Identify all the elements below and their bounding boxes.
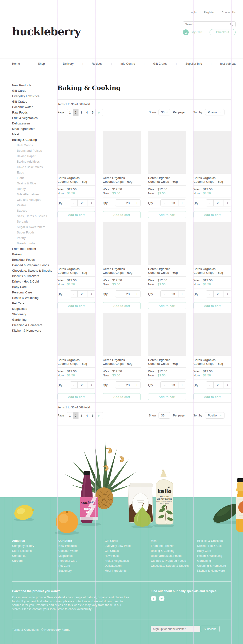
sidebar-item-magazines[interactable]: Magazines: [12, 306, 53, 312]
qty-value[interactable]: 23: [123, 382, 133, 388]
page-button-5[interactable]: 5: [90, 412, 96, 419]
qty-decrease-button[interactable]: -: [115, 290, 123, 297]
product-image-placeholder[interactable]: [148, 313, 186, 356]
product-image-placeholder[interactable]: [193, 222, 231, 265]
footer-link-baking-cooking[interactable]: Baking & Cooking: [151, 548, 189, 554]
product-title[interactable]: Ceres OrganicsCoconut Chips – 60g: [57, 176, 95, 186]
qty-increase-button[interactable]: +: [133, 200, 140, 206]
qty-decrease-button[interactable]: -: [115, 200, 123, 206]
sidebar-item-baking-cooking[interactable]: Baking & Cooking: [12, 137, 53, 143]
page-button-1[interactable]: 1: [67, 109, 73, 116]
cart-icon[interactable]: [183, 30, 189, 35]
footer-link-health-wellbeing[interactable]: Health & Wellbeing: [197, 554, 235, 558]
page-button-2[interactable]: 2: [73, 412, 79, 419]
qty-value[interactable]: 23: [123, 290, 133, 297]
my-cart-link[interactable]: My Cart: [191, 30, 202, 34]
nav-item-supplier-info[interactable]: Supplier Info: [186, 62, 202, 66]
add-to-cart-button[interactable]: Add to cart: [57, 211, 95, 218]
qty-decrease-button[interactable]: -: [206, 382, 213, 388]
checkout-button[interactable]: Checkout: [209, 29, 236, 35]
sidebar-item-breakfast-foods[interactable]: Breakfast Foods: [12, 257, 53, 262]
qty-decrease-button[interactable]: -: [161, 290, 168, 297]
page-button-5[interactable]: 5: [90, 109, 96, 116]
sidebar-item-breadcrumbs[interactable]: Breadcrumbs: [12, 241, 53, 246]
qty-decrease-button[interactable]: -: [161, 382, 168, 388]
page-button-1[interactable]: 1: [67, 412, 73, 419]
add-to-cart-button[interactable]: Add to cart: [57, 393, 95, 400]
page-button-4[interactable]: 4: [84, 412, 90, 419]
product-title[interactable]: Ceres OrganicsCoconut Chips – 60g: [148, 358, 186, 368]
sidebar-item-chocolate-sweets-snacks[interactable]: Chocolate, Sweets & Snacks: [12, 268, 53, 274]
page-button-3[interactable]: 3: [79, 412, 84, 419]
sidebar-item-oils-and-vinegars[interactable]: Oils and Vinegars: [12, 197, 53, 203]
footer-link-contact-us[interactable]: Contact us: [12, 554, 50, 558]
footer-link-canned-prepared-foods[interactable]: Canned & Prepared Foods: [151, 558, 189, 564]
qty-increase-button[interactable]: +: [178, 200, 186, 206]
sidebar-item-canned-prepared-foods[interactable]: Canned & Prepared Foods: [12, 262, 53, 268]
add-to-cart-button[interactable]: Add to cart: [148, 393, 186, 400]
footer-link-cleaning-homecare[interactable]: Cleaning & Homecare: [197, 564, 235, 568]
sidebar-item-meat[interactable]: Meat: [12, 132, 53, 137]
sidebar-item-bulk-goods[interactable]: Bulk Goods: [12, 143, 53, 148]
sidebar-item-biscuits-crackers[interactable]: Biscuits & Crackers: [12, 274, 53, 279]
footer-link-store-locations[interactable]: Store locations: [12, 548, 50, 554]
sort-select[interactable]: Position: [205, 109, 224, 116]
search-input[interactable]: [185, 23, 230, 26]
account-link-contact-us[interactable]: Contact Us: [222, 11, 236, 14]
qty-increase-button[interactable]: +: [224, 290, 231, 297]
footer-link-gift-cards[interactable]: Gift Cards: [105, 538, 143, 544]
page-button-4[interactable]: 4: [84, 109, 90, 116]
add-to-cart-button[interactable]: Add to cart: [103, 211, 141, 218]
sidebar-item-from-the-freezer[interactable]: From the Freezer: [12, 246, 53, 252]
qty-decrease-button[interactable]: -: [206, 200, 213, 206]
per-page-select[interactable]: 36: [158, 109, 170, 116]
nav-item-shop[interactable]: Shop: [38, 62, 45, 66]
footer-link-magazines[interactable]: Magazines: [58, 554, 96, 558]
qty-value[interactable]: 23: [77, 200, 88, 206]
sidebar-item-sauces[interactable]: Sauces: [12, 208, 53, 214]
footer-link-chocolate-sweets-snacks[interactable]: Chocolate, Sweets & Snacks: [151, 564, 189, 568]
qty-value[interactable]: 23: [168, 290, 178, 297]
qty-value[interactable]: 23: [77, 290, 88, 297]
add-to-cart-button[interactable]: Add to cart: [193, 211, 231, 218]
twitter-icon[interactable]: [159, 596, 164, 601]
sidebar-item-new-products[interactable]: New Products: [12, 83, 53, 88]
nav-item-recipes[interactable]: Recipes: [92, 62, 103, 66]
product-image-placeholder[interactable]: [103, 222, 141, 265]
sidebar-item-cake-bake-mixes[interactable]: Cake / Bake Mixes: [12, 164, 53, 170]
sidebar-item-drinks-hot-cold[interactable]: Drinks - Hot & Cold: [12, 279, 53, 284]
footer-link-gardening[interactable]: Gardening: [197, 558, 235, 564]
sidebar-item-delicatessen[interactable]: Delicatessen: [12, 121, 53, 126]
sidebar-item-grains-rice[interactable]: Grains & Rice: [12, 181, 53, 186]
sidebar-item-baby-care[interactable]: Baby Care: [12, 284, 53, 290]
page-button-3[interactable]: 3: [79, 109, 84, 116]
product-title[interactable]: Ceres OrganicsCoconut Chips – 60g: [57, 267, 95, 276]
product-title[interactable]: Ceres OrganicsCoconut Chips – 60g: [148, 267, 186, 276]
sidebar-item-pastry[interactable]: Pastry: [12, 235, 53, 241]
add-to-cart-button[interactable]: Add to cart: [193, 393, 231, 400]
footer-link-from-the-freezer[interactable]: From the Freezer: [151, 544, 189, 548]
account-link-login[interactable]: Login: [190, 11, 196, 14]
next-page-button[interactable]: [96, 109, 103, 116]
sidebar-item-bakery[interactable]: Bakery: [12, 252, 53, 257]
qty-decrease-button[interactable]: -: [70, 200, 77, 206]
product-image-placeholder[interactable]: [103, 313, 141, 356]
per-page-select[interactable]: 36: [158, 412, 170, 418]
nav-item-info-centre[interactable]: Info Centre: [121, 62, 135, 66]
qty-value[interactable]: 23: [168, 382, 178, 388]
footer-link-meat[interactable]: Meat: [151, 538, 189, 544]
footer-link-new-products[interactable]: New Products: [58, 544, 96, 548]
page-button-2[interactable]: 2: [73, 109, 79, 116]
sidebar-item-fruit-vegetables[interactable]: Fruit & Vegetables: [12, 116, 53, 121]
product-title[interactable]: Ceres OrganicsCoconut Chips – 60g: [148, 176, 186, 186]
qty-decrease-button[interactable]: -: [206, 290, 213, 297]
sidebar-item-kitchen-homeware[interactable]: Kitchen & Homeware: [12, 328, 53, 334]
qty-value[interactable]: 23: [168, 200, 178, 206]
site-logo[interactable]: huckleberry: [12, 24, 80, 39]
terms-text[interactable]: Terms & Conditions | © Huckleberry Farms: [12, 628, 70, 632]
add-to-cart-button[interactable]: Add to cart: [103, 393, 141, 400]
footer-link-delicatessen[interactable]: Delicatessen: [105, 564, 143, 568]
sidebar-item-stationery[interactable]: Stationery: [12, 312, 53, 317]
footer-link-biscuits-crackers[interactable]: Biscuits & Crackers: [197, 538, 235, 544]
subscribe-button[interactable]: Subscribe: [201, 626, 219, 632]
